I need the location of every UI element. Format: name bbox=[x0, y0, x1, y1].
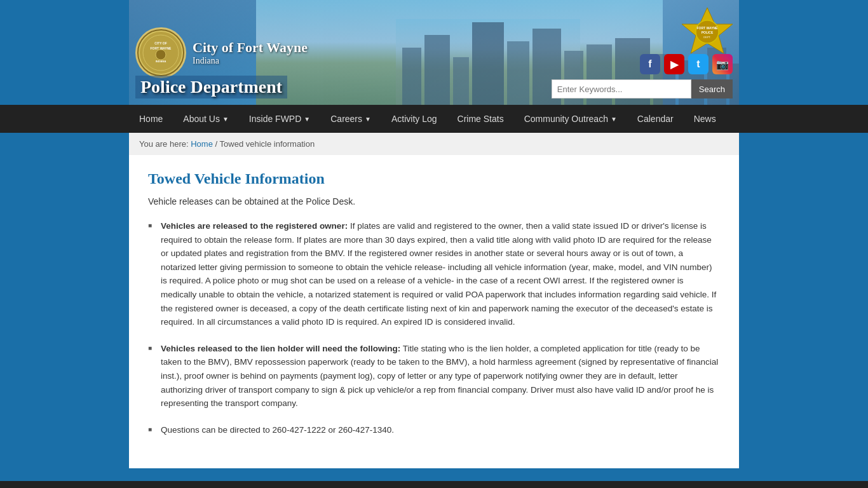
state-name: Indiana bbox=[193, 56, 308, 66]
list-item-label-2: Vehicles released to the lien holder wil… bbox=[161, 344, 400, 353]
nav-crime[interactable]: Crime Stats bbox=[447, 105, 514, 133]
svg-point-5 bbox=[156, 50, 166, 60]
list-item-text-1: If plates are valid and registered to th… bbox=[161, 221, 716, 327]
svg-text:POLICE: POLICE bbox=[702, 30, 714, 34]
list-item: Vehicles released to the lien holder wil… bbox=[148, 342, 720, 410]
svg-text:INDIANA: INDIANA bbox=[156, 60, 166, 63]
page-title: Towed Vehicle Information bbox=[148, 170, 720, 187]
breadcrumb-home-link[interactable]: Home bbox=[191, 139, 213, 149]
breadcrumb-current: Towed vehicle information bbox=[220, 139, 315, 149]
svg-text:CITY OF: CITY OF bbox=[154, 41, 167, 45]
nav-careers[interactable]: Careers ▼ bbox=[320, 105, 381, 133]
youtube-icon[interactable]: ▶ bbox=[664, 54, 684, 74]
nav-about[interactable]: About Us ▼ bbox=[173, 105, 239, 133]
city-seal: CITY OF FORT WAYNE INDIANA bbox=[135, 27, 186, 78]
twitter-icon[interactable]: t bbox=[688, 54, 709, 74]
nav-outreach-arrow: ▼ bbox=[611, 116, 617, 123]
search-button[interactable]: Search bbox=[691, 79, 733, 98]
breadcrumb: You are here: Home / Towed vehicle infor… bbox=[129, 133, 739, 155]
dept-title: Police Department bbox=[135, 76, 287, 98]
police-star-badge: FORT WAYNE POLICE DEPT. bbox=[682, 6, 733, 57]
nav-home[interactable]: Home bbox=[129, 105, 173, 133]
svg-text:DEPT.: DEPT. bbox=[703, 36, 710, 39]
svg-text:FORT WAYNE: FORT WAYNE bbox=[697, 26, 719, 30]
nav-inside-arrow: ▼ bbox=[304, 116, 310, 123]
city-name: City of Fort Wayne bbox=[193, 39, 308, 56]
nav-calendar[interactable]: Calendar bbox=[627, 105, 684, 133]
instagram-icon[interactable]: 📷 bbox=[712, 54, 733, 74]
nav-activity[interactable]: Activity Log bbox=[381, 105, 447, 133]
list-item-text-3: Questions can be directed to 260-427-122… bbox=[161, 425, 394, 435]
nav-careers-arrow: ▼ bbox=[365, 116, 371, 123]
intro-text: Vehicle releases can be obtained at the … bbox=[148, 196, 720, 207]
list-item: Vehicles are released to the registered … bbox=[148, 219, 720, 329]
nav-about-arrow: ▼ bbox=[222, 116, 229, 123]
nav-outreach[interactable]: Community Outreach ▼ bbox=[514, 105, 627, 133]
facebook-icon[interactable]: f bbox=[640, 54, 660, 74]
content-list: Vehicles are released to the registered … bbox=[148, 219, 720, 437]
list-item-label-1: Vehicles are released to the registered … bbox=[161, 221, 348, 231]
nav-inside[interactable]: Inside FWPD ▼ bbox=[239, 105, 320, 133]
list-item: Questions can be directed to 260-427-122… bbox=[148, 423, 720, 437]
search-input[interactable] bbox=[552, 79, 691, 98]
nav-news[interactable]: News bbox=[684, 105, 726, 133]
